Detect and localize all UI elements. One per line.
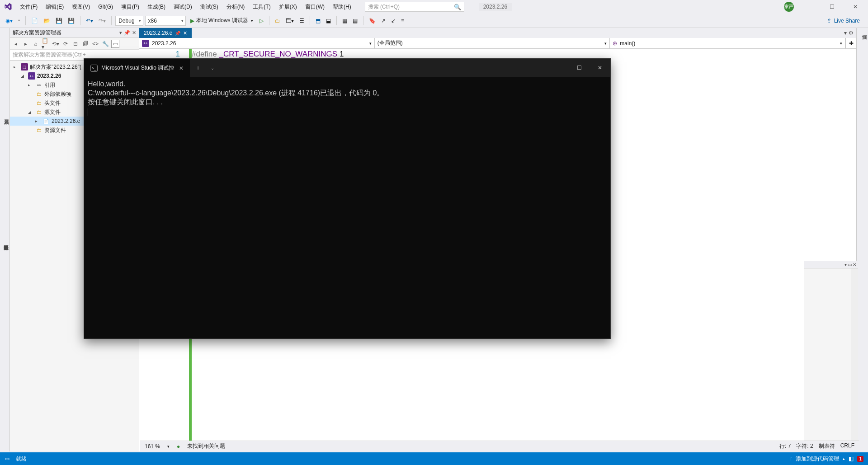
sol-tb-showall[interactable]: 🗐 xyxy=(81,40,90,48)
console-titlebar[interactable]: >_ Microsoft Visual Studio 调试控 ✕ + ⌄ — ☐… xyxy=(84,59,610,77)
nav-function-combo[interactable]: ⊛ main() xyxy=(610,38,845,48)
tb-icon-4[interactable]: ⬒ xyxy=(314,17,322,25)
tb-icon-9[interactable]: ↙ xyxy=(389,17,397,25)
search-box[interactable]: 搜索 (Ctrl+Q) 🔍 xyxy=(365,2,464,12)
nav-fwd-button[interactable]: • xyxy=(16,17,22,25)
tb-icon-8[interactable]: ↗ xyxy=(379,17,387,25)
menu-debug[interactable]: 调试(D) xyxy=(170,1,196,13)
undo-button[interactable]: ↶▾ xyxy=(84,17,95,25)
folder-icon: 🗀 xyxy=(35,127,42,134)
tb-bookmark-icon[interactable]: 🔖 xyxy=(367,17,377,25)
aux-close-icon[interactable]: ✕ xyxy=(853,262,856,267)
menu-git[interactable]: Git(G) xyxy=(94,2,117,12)
menu-analyze[interactable]: 分析(N) xyxy=(223,1,249,13)
tb-icon-7[interactable]: ▤ xyxy=(351,17,359,25)
nav-split-button[interactable]: ✚ xyxy=(845,38,856,48)
platform-combo[interactable]: x86 xyxy=(145,16,186,26)
sol-tb-code[interactable]: <> xyxy=(91,40,99,48)
menu-view[interactable]: 视图(V) xyxy=(68,1,94,13)
editor-tab-active[interactable]: 2023.2.26.c 📌 ✕ xyxy=(139,28,192,38)
aux-scrollbar[interactable] xyxy=(851,268,858,441)
panel-close-icon[interactable]: ✕ xyxy=(132,30,136,36)
status-notifications[interactable]: 1 xyxy=(857,456,863,462)
nav-scope-combo[interactable]: (全局范围) xyxy=(375,38,610,48)
tb-icon-1[interactable]: 🗀 xyxy=(273,17,282,25)
sol-tb-refresh[interactable]: ⟳ xyxy=(61,40,70,48)
console-maximize[interactable]: ☐ xyxy=(569,59,590,77)
sol-tb-fwd[interactable]: ▸ xyxy=(22,40,30,48)
tab-pin-icon[interactable]: 📌 xyxy=(175,31,180,36)
menu-project[interactable]: 项目(P) xyxy=(118,1,143,13)
aux-panel-header: ▾ ▭ ✕ xyxy=(804,261,858,268)
menu-help[interactable]: 帮助(H) xyxy=(329,1,355,13)
open-button[interactable]: 📂 xyxy=(42,17,52,25)
aux-dropdown-icon[interactable]: ▾ xyxy=(844,262,847,267)
tab-toolbox[interactable]: 工具箱 xyxy=(0,113,10,116)
editor-nav: ++ 2023.2.26 (全局范围) ⊛ main() ✚ xyxy=(139,38,856,49)
solution-toolbar: ◂ ▸ ⌂ 📋▾ ⟲▾ ⟳ ⊟ 🗐 <> 🔧 ▭ xyxy=(10,38,139,50)
tb-icon-6[interactable]: ▦ xyxy=(340,17,349,25)
new-item-button[interactable]: 📄 xyxy=(29,17,40,25)
run-without-debug-button[interactable]: ▷ xyxy=(258,17,265,25)
sol-tb-back[interactable]: ◂ xyxy=(12,40,20,48)
console-new-tab[interactable]: + xyxy=(190,64,206,71)
live-share-button[interactable]: ⇪ Live Share xyxy=(822,18,864,24)
redo-button[interactable]: ↷▾ xyxy=(97,17,108,25)
editor-tabs-dropdown[interactable]: ▾ xyxy=(844,30,847,36)
menu-extensions[interactable]: 扩展(X) xyxy=(275,1,301,13)
search-icon: 🔍 xyxy=(454,4,461,10)
caret-line[interactable]: 行: 7 xyxy=(779,442,791,450)
sol-tb-preview[interactable]: ▭ xyxy=(111,40,119,48)
console-tab[interactable]: >_ Microsoft Visual Studio 调试控 ✕ xyxy=(84,59,190,77)
tab-close-icon[interactable]: ✕ xyxy=(183,30,187,36)
config-combo[interactable]: Debug xyxy=(115,16,143,26)
save-button[interactable]: 💾 xyxy=(54,17,64,25)
console-close[interactable]: ✕ xyxy=(590,59,610,77)
tb-icon-3[interactable]: ☰ xyxy=(297,17,306,25)
console-minimize[interactable]: — xyxy=(548,59,569,77)
tb-icon-2[interactable]: 🗔▾ xyxy=(284,17,296,25)
menu-build[interactable]: 生成(B) xyxy=(144,1,169,13)
status-scm[interactable]: 添加到源代码管理 xyxy=(796,455,839,463)
tb-icon-10[interactable]: ≡ xyxy=(399,17,406,25)
menu-file[interactable]: 文件(F) xyxy=(16,1,41,13)
console-tab-close[interactable]: ✕ xyxy=(179,65,184,71)
zoom-level[interactable]: 161 % xyxy=(145,443,160,450)
panel-pin-icon[interactable]: 📌 xyxy=(124,30,130,36)
sol-tb-home[interactable]: ⌂ xyxy=(32,40,40,48)
panel-dropdown-icon[interactable]: ▾ xyxy=(119,30,122,36)
console-output[interactable]: Hello,world. C:\wonderful---c-language\2… xyxy=(84,77,610,338)
eol-mode[interactable]: CRLF xyxy=(840,442,854,450)
nav-project-combo[interactable]: ++ 2023.2.26 xyxy=(139,38,375,48)
issues-label[interactable]: 未找到相关问题 xyxy=(187,442,225,450)
run-debug-button[interactable]: ▶ 本地 Windows 调试器 ▾ xyxy=(188,17,256,24)
sol-tb-switch[interactable]: 📋▾ xyxy=(42,40,50,48)
menu-tools[interactable]: 工具(T) xyxy=(249,1,274,13)
menu-test[interactable]: 测试(S) xyxy=(197,1,222,13)
indent-mode[interactable]: 制表符 xyxy=(819,442,835,450)
sol-tb-collapse[interactable]: ⊟ xyxy=(71,40,80,48)
sol-tb-prop[interactable]: 🔧 xyxy=(101,40,109,48)
vs-logo-icon xyxy=(4,2,13,11)
menubar-right: 家严 — ☐ ✕ xyxy=(784,1,864,12)
toolbar: ◉▾ • 📄 📂 💾 💾 ↶▾ ↷▾ Debug x86 ▶ 本地 Window… xyxy=(0,14,868,28)
caret-char[interactable]: 字符: 2 xyxy=(796,442,813,450)
status-scm-up-icon: ↑ xyxy=(789,456,792,462)
tb-icon-5[interactable]: ⬓ xyxy=(324,17,333,25)
menu-edit[interactable]: 编辑(E) xyxy=(42,1,67,13)
editor-status-bar: 161 % ▾ ● 未找到相关问题 行: 7 字符: 2 制表符 CRLF xyxy=(140,441,859,451)
sol-tb-sync[interactable]: ⟲▾ xyxy=(52,40,60,48)
editor-tabs-settings[interactable]: ⚙ xyxy=(849,30,854,36)
solution-explorer-title: 解决方案资源管理器 ▾ 📌 ✕ xyxy=(10,28,139,38)
window-maximize[interactable]: ☐ xyxy=(823,1,841,12)
save-all-button[interactable]: 💾 xyxy=(66,17,76,25)
search-placeholder: 搜索 (Ctrl+Q) xyxy=(368,3,400,11)
menu-window[interactable]: 窗口(W) xyxy=(302,1,328,13)
nav-back-button[interactable]: ◉▾ xyxy=(4,17,14,25)
status-repo-icon[interactable]: ◧ xyxy=(849,456,854,462)
user-avatar[interactable]: 家严 xyxy=(784,2,794,12)
aux-pin-icon[interactable]: ▭ xyxy=(848,262,852,267)
window-minimize[interactable]: — xyxy=(799,1,817,12)
console-tab-dropdown[interactable]: ⌄ xyxy=(206,66,219,70)
window-close[interactable]: ✕ xyxy=(846,1,864,12)
